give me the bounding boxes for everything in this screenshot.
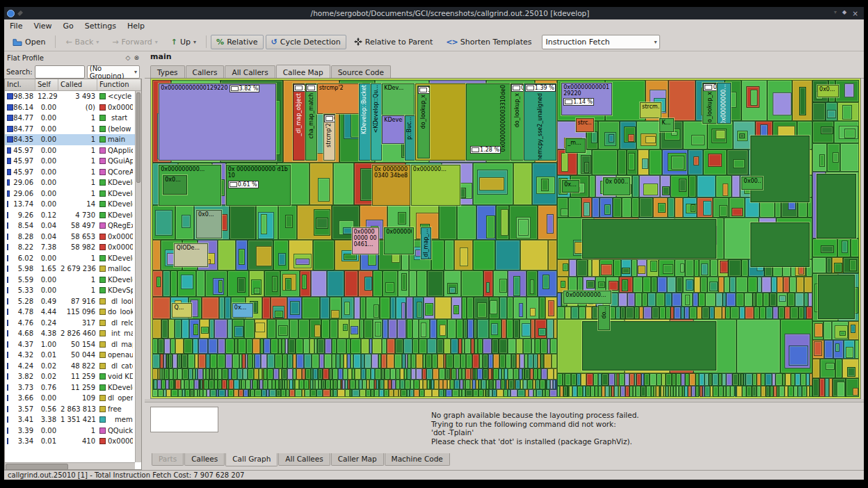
treemap-cell[interactable] <box>685 259 693 277</box>
treemap-cell[interactable] <box>166 389 171 397</box>
treemap-cell[interactable] <box>795 373 801 386</box>
treemap-cell[interactable] <box>529 389 533 397</box>
treemap-cell[interactable] <box>628 153 635 170</box>
treemap-cell[interactable] <box>549 389 557 397</box>
treemap-cell[interactable] <box>694 259 699 277</box>
treemap-cell[interactable] <box>184 380 189 389</box>
treemap-cell[interactable] <box>622 268 629 275</box>
treemap-cell[interactable] <box>152 389 158 397</box>
treemap-cell[interactable] <box>210 389 216 397</box>
treemap-block[interactable]: QIODe... <box>174 243 208 267</box>
treemap-block[interactable]: KDevelop::Bucket <box>359 83 371 160</box>
treemap-cell[interactable] <box>746 373 753 386</box>
treemap-cell[interactable] <box>548 240 557 270</box>
treemap-block[interactable]: 0x00000000 000461... <box>352 227 380 254</box>
treemap-cell[interactable] <box>732 208 743 216</box>
treemap-cell[interactable] <box>557 307 565 319</box>
treemap-cell[interactable] <box>168 319 175 338</box>
treemap-cell[interactable] <box>750 90 757 106</box>
treemap-cell[interactable] <box>152 297 170 319</box>
treemap-block[interactable]: 0x000000... <box>411 165 460 206</box>
treemap-cell[interactable] <box>255 389 262 397</box>
treemap-cell[interactable] <box>387 354 394 368</box>
treemap-block[interactable]: _m... <box>565 138 585 153</box>
treemap-cell[interactable] <box>486 215 495 238</box>
treemap-cell[interactable] <box>499 297 507 319</box>
treemap-cell[interactable] <box>773 92 791 115</box>
treemap-cell[interactable] <box>201 327 209 334</box>
treemap-block[interactable]: 0x00000000... <box>563 291 611 304</box>
treemap-block[interactable]: p::Buc... <box>405 115 415 161</box>
treemap-cell[interactable] <box>275 354 282 368</box>
column-header-incl-[interactable]: Incl. <box>5 79 35 91</box>
treemap-cell[interactable] <box>172 354 177 368</box>
treemap-cell[interactable] <box>775 373 782 386</box>
treemap-cell[interactable] <box>461 270 483 298</box>
treemap-cell[interactable] <box>586 280 594 288</box>
treemap-cell[interactable] <box>426 354 432 368</box>
treemap-cell[interactable] <box>262 389 266 397</box>
treemap-cell[interactable] <box>465 380 470 389</box>
treemap-cell[interactable] <box>316 389 323 397</box>
treemap-cell[interactable] <box>267 354 275 368</box>
treemap-cell[interactable] <box>239 249 246 265</box>
function-row[interactable]: 3.570.562 863 813free <box>5 404 135 415</box>
treemap-cell[interactable] <box>426 368 433 380</box>
treemap-cell[interactable] <box>234 389 239 397</box>
treemap-cell[interactable] <box>181 275 193 288</box>
treemap-cell[interactable] <box>736 293 744 307</box>
treemap-cell[interactable] <box>668 197 675 218</box>
treemap-cell[interactable] <box>635 293 642 307</box>
treemap-cell[interactable] <box>312 354 319 368</box>
treemap-cell[interactable] <box>550 339 557 355</box>
treemap-cell[interactable] <box>699 373 705 386</box>
treemap-cell[interactable] <box>520 240 548 270</box>
treemap-cell[interactable] <box>390 368 396 380</box>
treemap-cell[interactable] <box>388 319 396 338</box>
treemap-cell[interactable] <box>633 277 643 293</box>
treemap-cell[interactable] <box>741 259 748 277</box>
treemap-cell[interactable] <box>563 263 568 271</box>
treemap-cell[interactable] <box>840 143 859 172</box>
treemap-cell[interactable] <box>267 368 273 380</box>
treemap-cell[interactable] <box>255 354 260 368</box>
treemap-cell[interactable] <box>766 307 773 319</box>
treemap-cell[interactable] <box>846 347 853 358</box>
treemap-cell[interactable] <box>255 323 264 332</box>
function-row[interactable]: 4.240.0248 822_dl_catch_... <box>5 361 135 372</box>
treemap-cell[interactable] <box>481 380 486 389</box>
treemap-cell[interactable] <box>672 293 682 307</box>
treemap-cell[interactable] <box>746 386 752 397</box>
treemap-cell[interactable] <box>288 339 295 355</box>
treemap-cell[interactable] <box>518 219 529 236</box>
treemap-cell[interactable] <box>486 282 490 293</box>
treemap-cell[interactable] <box>406 297 413 319</box>
function-row[interactable]: 8.227.3858 9820x0000000... <box>5 242 135 253</box>
treemap-cell[interactable] <box>540 339 547 355</box>
treemap-cell[interactable] <box>175 319 182 338</box>
treemap-cell[interactable] <box>269 389 276 397</box>
treemap-cell[interactable] <box>726 293 736 307</box>
function-row[interactable]: 8.540.0458 497QRegExp::... <box>5 220 135 231</box>
treemap-block[interactable] <box>817 174 856 238</box>
treemap-cell[interactable] <box>198 368 203 380</box>
treemap-cell[interactable] <box>425 303 433 315</box>
treemap-cell[interactable] <box>472 354 479 368</box>
scrollbar-thumb[interactable] <box>6 464 68 470</box>
treemap-cell[interactable] <box>771 277 776 293</box>
treemap-block[interactable]: 0x0... <box>163 175 187 195</box>
treemap-cell[interactable] <box>401 273 407 291</box>
treemap-block[interactable] <box>818 275 855 319</box>
function-row[interactable]: 45.970.001QGuiApplic... <box>5 156 135 167</box>
treemap-cell[interactable] <box>449 287 456 293</box>
function-row[interactable]: 5.280.4987 916_dl_lookup... <box>5 296 135 307</box>
treemap-cell[interactable] <box>783 277 789 293</box>
treemap-cell[interactable] <box>182 368 188 380</box>
treemap-cell[interactable] <box>324 354 332 368</box>
treemap-cell[interactable] <box>161 319 168 338</box>
forward-button[interactable]: → Forward▾ <box>106 35 163 49</box>
treemap-cell[interactable] <box>761 386 766 397</box>
treemap-cell[interactable] <box>198 339 208 355</box>
treemap-cell[interactable] <box>414 389 420 397</box>
treemap-cell[interactable] <box>355 368 361 380</box>
